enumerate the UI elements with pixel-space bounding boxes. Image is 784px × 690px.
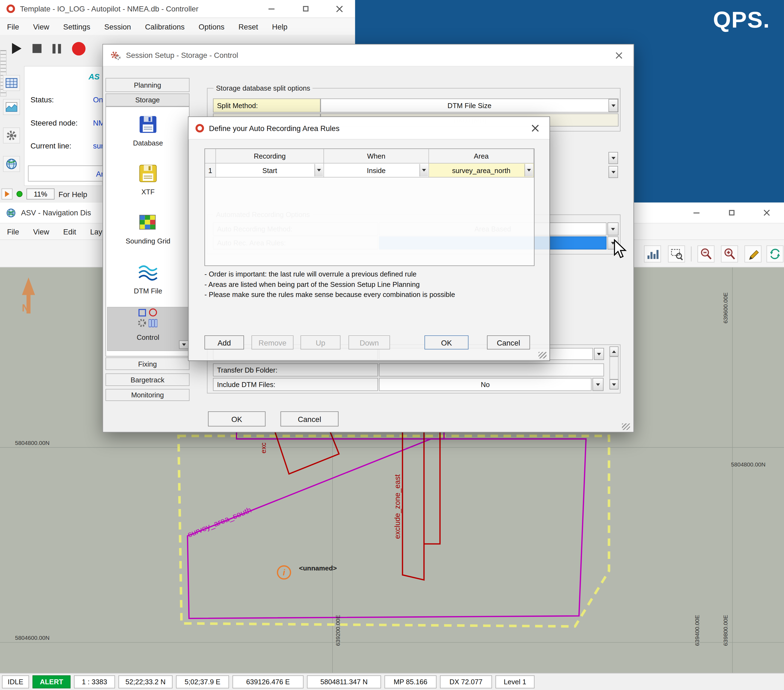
menu-reset[interactable]: Reset <box>232 22 265 31</box>
controller-app-icon <box>7 4 15 13</box>
status-latitude: 52;22;33.2 N <box>119 675 173 688</box>
controller-maximize-icon[interactable] <box>294 0 317 18</box>
histogram-icon[interactable] <box>644 245 661 262</box>
control-icon <box>135 307 161 329</box>
zoom-out-icon[interactable] <box>697 245 715 262</box>
sidebar-item-dtm-file[interactable]: DTM File <box>107 262 189 295</box>
mouse-cursor <box>613 239 628 259</box>
area-dropdown-icon[interactable] <box>524 164 533 176</box>
menu-file[interactable]: File <box>0 22 26 31</box>
gear-icon[interactable] <box>3 127 20 143</box>
menu-session[interactable]: Session <box>97 22 138 31</box>
scroll-down-icon[interactable] <box>609 379 619 389</box>
coord-label-east-4: 639800.00E <box>722 615 729 646</box>
note-areas: - Areas are listed when being part of th… <box>204 281 420 288</box>
rules-ok-button[interactable]: OK <box>425 336 468 349</box>
hidden-combo-dropdown-icon-2[interactable] <box>608 166 618 178</box>
when-dropdown-icon[interactable] <box>420 164 428 176</box>
status-bar: IDLE ALERT 1 : 3383 52;22;33.2 N 5;02;37… <box>0 673 784 690</box>
grid-view-icon[interactable] <box>3 75 20 91</box>
left-toolbar <box>0 65 23 188</box>
play-icon[interactable] <box>12 43 21 54</box>
tab-planning[interactable]: Planning <box>105 78 189 92</box>
session-resize-grip[interactable] <box>622 423 630 430</box>
session-cancel-button[interactable]: Cancel <box>281 411 339 427</box>
menu-calibrations[interactable]: Calibrations <box>138 22 192 31</box>
profile-chart-icon[interactable] <box>3 99 20 115</box>
sidebar-item-database[interactable]: Database <box>107 114 189 147</box>
status-easting: 639126.476 E <box>232 675 303 688</box>
split-method-label: Split Method: <box>213 99 321 112</box>
session-ok-button[interactable]: OK <box>208 411 265 427</box>
add-rule-button[interactable]: Add <box>204 336 244 349</box>
area-combo[interactable]: survey_area_north <box>429 163 534 178</box>
sidebar-item-xtf[interactable]: XTF <box>107 163 189 196</box>
tab-storage[interactable]: Storage <box>105 94 189 107</box>
remove-rule-button[interactable]: Remove <box>251 336 293 349</box>
include-dtm-dropdown-icon[interactable] <box>592 378 603 391</box>
nav-menu-edit[interactable]: Edit <box>56 227 83 235</box>
menu-settings[interactable]: Settings <box>56 22 97 31</box>
rules-titlebar: Define your Auto Recording Area Rules <box>189 117 550 140</box>
tab-monitoring[interactable]: Monitoring <box>105 389 189 401</box>
coord-label-north-1: 5804800.00N <box>15 440 49 446</box>
controller-status-panel: AS Status: On Steered node: NM Current l… <box>24 66 103 186</box>
split-method-dropdown-icon[interactable] <box>608 99 618 112</box>
rules-close-icon[interactable] <box>527 117 542 139</box>
hidden-combo-dropdown-icon-1[interactable] <box>608 152 618 164</box>
nav-title: ASV - Navigation Dis <box>21 209 91 217</box>
scroll-up-icon[interactable] <box>609 346 619 356</box>
rules-resize-grip[interactable] <box>539 352 547 358</box>
controller-close-icon[interactable] <box>328 0 351 18</box>
measure-pen-icon[interactable] <box>744 245 761 262</box>
pause-icon[interactable] <box>53 44 61 53</box>
transfer-db-folder-field[interactable] <box>379 364 604 377</box>
tab-fixing[interactable]: Fixing <box>105 357 189 370</box>
when-combo[interactable]: Inside <box>324 163 429 178</box>
status-alert-badge: ALERT <box>33 675 71 688</box>
sounding-grid-icon <box>138 212 158 233</box>
session-title: Session Setup - Storage - Control <box>126 51 238 59</box>
north-arrow-icon: N <box>22 278 35 314</box>
move-down-button[interactable]: Down <box>349 336 390 349</box>
stop-icon[interactable] <box>33 44 41 53</box>
split-method-combo[interactable]: DTM File Size <box>321 99 619 112</box>
scrollbar-track[interactable] <box>609 356 619 379</box>
controller-minimize-icon[interactable] <box>260 0 283 18</box>
session-close-icon[interactable] <box>611 44 626 66</box>
hidden-property-dropdown-icon[interactable] <box>594 348 604 360</box>
nav-menu-file[interactable]: File <box>0 227 26 235</box>
nav-menu-view[interactable]: View <box>26 227 56 235</box>
move-up-button[interactable]: Up <box>301 336 341 349</box>
sidebar-item-control[interactable]: Control <box>107 307 189 351</box>
nav-close-icon[interactable] <box>755 202 778 223</box>
record-icon[interactable] <box>72 42 86 55</box>
menu-options[interactable]: Options <box>192 22 232 31</box>
recording-combo[interactable]: Start <box>216 163 324 178</box>
auto-method-dropdown-icon[interactable] <box>608 222 618 235</box>
nav-maximize-icon[interactable] <box>720 202 743 223</box>
zoom-in-icon[interactable] <box>721 245 738 262</box>
coord-label-east-3: 639600.00E <box>722 293 729 324</box>
dtm-waves-icon <box>138 262 158 283</box>
controller-progress-row: 11% For Help <box>0 187 102 201</box>
tab-bargetrack[interactable]: Bargetrack <box>105 374 189 386</box>
area-rules-dialog: Define your Auto Recording Area Rules Re… <box>188 117 550 361</box>
session-gear-icon <box>110 50 121 61</box>
zoom-area-icon[interactable] <box>668 245 685 262</box>
export-icon[interactable] <box>2 189 12 199</box>
row-number-cell: 1 <box>205 163 216 178</box>
world-icon[interactable] <box>3 156 20 172</box>
include-dtm-files-combo[interactable]: No <box>379 378 591 391</box>
help-hint: For Help <box>58 190 87 198</box>
exclude-zone-east-outline <box>402 429 440 580</box>
header-area: Area <box>429 149 534 163</box>
sidebar-item-sounding-grid[interactable]: Sounding Grid <box>107 212 189 245</box>
nav-minimize-icon[interactable] <box>685 202 708 223</box>
control-options-dropdown-icon[interactable] <box>179 340 189 349</box>
menu-view[interactable]: View <box>26 22 56 31</box>
menu-help[interactable]: Help <box>265 22 295 31</box>
recording-dropdown-icon[interactable] <box>315 164 323 176</box>
rules-cancel-button[interactable]: Cancel <box>487 336 530 349</box>
refresh-icon[interactable] <box>766 245 784 262</box>
